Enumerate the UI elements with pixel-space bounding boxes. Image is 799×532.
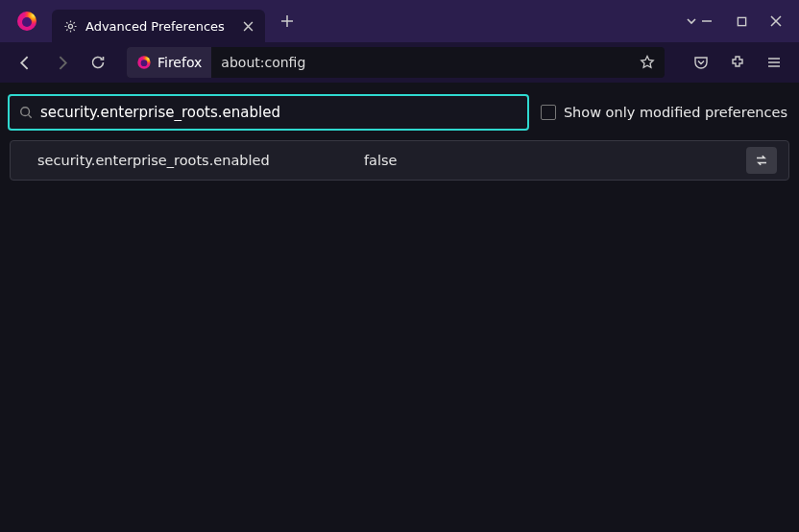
chevron-down-icon[interactable] xyxy=(684,13,699,29)
menu-icon[interactable] xyxy=(759,47,789,78)
preference-search-box[interactable] xyxy=(8,94,529,131)
show-modified-only-checkbox[interactable]: Show only modified preferences xyxy=(541,105,791,120)
toggle-preference-button[interactable] xyxy=(746,147,777,174)
browser-tab[interactable]: Advanced Preferences xyxy=(52,10,265,42)
firefox-logo-icon xyxy=(136,55,152,70)
identity-label: Firefox xyxy=(157,55,202,70)
window-controls xyxy=(699,13,789,29)
search-icon xyxy=(19,106,33,119)
maximize-button[interactable] xyxy=(734,13,749,29)
checkbox-icon xyxy=(541,105,556,120)
url-bar[interactable]: Firefox about:config xyxy=(127,47,665,78)
titlebar: Advanced Preferences xyxy=(0,0,799,42)
svg-point-2 xyxy=(68,24,72,28)
gear-icon xyxy=(63,19,78,34)
url-text: about:config xyxy=(211,55,630,70)
minimize-button[interactable] xyxy=(699,13,714,29)
firefox-logo-icon xyxy=(15,10,38,33)
extensions-icon[interactable] xyxy=(722,47,753,78)
new-tab-button[interactable] xyxy=(273,7,302,36)
about-config-content: Show only modified preferences security.… xyxy=(0,83,799,192)
preference-row[interactable]: security.enterprise_roots.enabled false xyxy=(10,140,789,181)
pocket-icon[interactable] xyxy=(686,47,716,78)
identity-box[interactable]: Firefox xyxy=(127,47,211,78)
preference-search-input[interactable] xyxy=(40,104,518,121)
checkbox-label: Show only modified preferences xyxy=(564,105,787,120)
preference-name: security.enterprise_roots.enabled xyxy=(37,153,364,168)
svg-rect-3 xyxy=(738,17,745,25)
tab-title: Advanced Preferences xyxy=(85,19,225,34)
toggle-icon xyxy=(754,153,769,168)
forward-button[interactable] xyxy=(46,47,77,78)
reload-button[interactable] xyxy=(83,47,113,78)
bookmark-star-icon[interactable] xyxy=(630,55,665,70)
close-tab-button[interactable] xyxy=(240,17,257,35)
back-button[interactable] xyxy=(10,47,40,78)
preference-value: false xyxy=(364,153,746,168)
svg-point-1 xyxy=(22,17,32,27)
svg-point-6 xyxy=(21,108,30,116)
close-window-button[interactable] xyxy=(768,13,784,29)
navbar: Firefox about:config xyxy=(0,42,799,83)
svg-point-5 xyxy=(141,60,148,66)
